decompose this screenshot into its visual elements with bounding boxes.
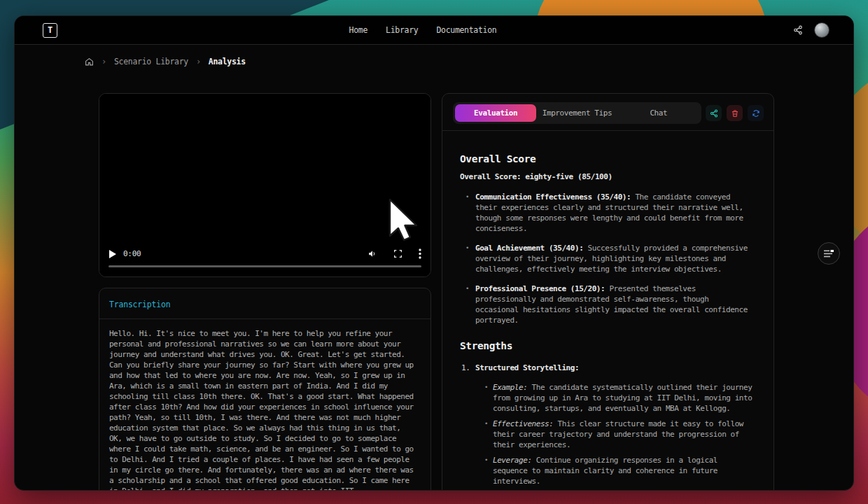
video-menu-button[interactable] bbox=[419, 248, 421, 259]
bullet-icon: • bbox=[465, 192, 469, 202]
bullet-icon: • bbox=[484, 455, 488, 465]
tab-chat[interactable]: Chat bbox=[618, 104, 699, 122]
strength-title: Structured Storytelling: bbox=[475, 363, 579, 372]
evaluation-panel-header: Evaluation Improvement Tips Chat bbox=[442, 94, 774, 130]
tab-evaluation[interactable]: Evaluation bbox=[455, 104, 536, 122]
fullscreen-button[interactable] bbox=[393, 249, 402, 258]
bullet-icon: • bbox=[484, 419, 488, 429]
strength-item: 1. Structured Storytelling: bbox=[460, 363, 756, 373]
transcription-title: Transcription bbox=[109, 300, 421, 309]
video-player-card: 0:00 bbox=[99, 93, 431, 277]
delete-button[interactable] bbox=[727, 105, 743, 121]
chevron-right-icon: › bbox=[196, 57, 201, 66]
list-item: • Example: The candidate systematically … bbox=[460, 382, 756, 414]
list-item: • Goal Achievement (35/40): Successfully… bbox=[460, 243, 756, 274]
play-button[interactable] bbox=[108, 250, 116, 258]
transcription-text: Hello. Hi. It's nice to meet you. I'm he… bbox=[99, 319, 430, 491]
point-label: Leverage: bbox=[493, 456, 532, 465]
video-player[interactable]: 0:00 bbox=[99, 94, 430, 276]
point-text: The candidate systematically outlined th… bbox=[493, 383, 752, 413]
nav-link-home[interactable]: Home bbox=[349, 25, 368, 35]
nav-link-documentation[interactable]: Documentation bbox=[436, 25, 496, 35]
share-evaluation-button[interactable] bbox=[706, 105, 722, 121]
main-nav: Home Library Documentation bbox=[349, 25, 497, 35]
refresh-icon bbox=[752, 109, 760, 118]
list-icon bbox=[824, 250, 834, 258]
evaluation-panel: Evaluation Improvement Tips Chat bbox=[442, 93, 774, 491]
chevron-right-icon: › bbox=[102, 57, 106, 66]
video-controls-right bbox=[368, 248, 421, 259]
refresh-button[interactable] bbox=[748, 105, 764, 121]
breadcrumb: › Scenario Library › Analysis bbox=[85, 57, 853, 66]
tab-improvement-tips[interactable]: Improvement Tips bbox=[536, 104, 617, 122]
overall-score-value: Overall Score: eighty-five (85/100) bbox=[460, 172, 756, 181]
navbar-right bbox=[793, 22, 830, 38]
home-icon bbox=[85, 57, 94, 66]
nav-link-library[interactable]: Library bbox=[386, 25, 418, 35]
video-time: 0:00 bbox=[123, 249, 141, 258]
panel-tabs: Evaluation Improvement Tips Chat bbox=[453, 102, 701, 124]
play-icon bbox=[108, 250, 116, 258]
share-icon bbox=[793, 25, 803, 35]
criterion-label: Communication Effectiveness (35/40): bbox=[475, 192, 631, 202]
app-logo[interactable]: T bbox=[43, 23, 57, 38]
video-controls: 0:00 bbox=[108, 248, 421, 259]
breadcrumb-home-button[interactable] bbox=[85, 57, 94, 66]
list-item: • Leverage: Continue organizing response… bbox=[460, 455, 756, 486]
criteria-list: • Communication Effectiveness (35/40): T… bbox=[460, 192, 756, 326]
point-label: Example: bbox=[493, 383, 527, 392]
panel-actions bbox=[706, 105, 764, 121]
criterion-label: Professional Presence (15/20): bbox=[475, 284, 605, 293]
list-item: • Professional Presence (15/20): Present… bbox=[460, 284, 756, 326]
strength-number: 1. bbox=[461, 363, 470, 373]
user-avatar[interactable] bbox=[814, 22, 830, 38]
fullscreen-icon bbox=[393, 249, 402, 258]
evaluation-content: Overall Score Overall Score: eighty-five… bbox=[442, 131, 774, 491]
breadcrumb-item-scenario-library[interactable]: Scenario Library bbox=[114, 57, 188, 66]
criterion-label: Goal Achievement (35/40): bbox=[475, 244, 583, 253]
app-window: T Home Library Documentation bbox=[14, 15, 854, 491]
app-logo-letter: T bbox=[48, 25, 52, 35]
list-item: • Effectiveness: This clear structure ma… bbox=[460, 419, 756, 450]
bullet-icon: • bbox=[465, 284, 469, 294]
transcription-card: Transcription Hello. Hi. It's nice to me… bbox=[99, 288, 431, 491]
strength-points-list: • Example: The candidate systematically … bbox=[460, 382, 756, 486]
volume-icon bbox=[368, 249, 377, 258]
video-progress-bar[interactable] bbox=[108, 265, 421, 267]
point-label: Effectiveness: bbox=[493, 419, 553, 428]
overall-score-heading: Overall Score bbox=[460, 153, 756, 164]
trash-icon bbox=[731, 109, 739, 118]
volume-button[interactable] bbox=[368, 249, 377, 258]
desktop-background: T Home Library Documentation bbox=[0, 0, 868, 504]
top-navbar: T Home Library Documentation bbox=[15, 16, 853, 45]
strengths-heading: Strengths bbox=[460, 340, 756, 351]
transcription-header: Transcription bbox=[99, 288, 430, 319]
breadcrumb-item-analysis: Analysis bbox=[209, 57, 246, 66]
bullet-icon: • bbox=[465, 243, 469, 253]
kebab-menu-icon bbox=[419, 248, 421, 259]
side-panel-toggle-button[interactable] bbox=[818, 242, 840, 265]
share-icon bbox=[710, 109, 718, 118]
share-button[interactable] bbox=[793, 25, 803, 35]
list-item: • Communication Effectiveness (35/40): T… bbox=[460, 192, 756, 234]
bullet-icon: • bbox=[484, 382, 488, 393]
